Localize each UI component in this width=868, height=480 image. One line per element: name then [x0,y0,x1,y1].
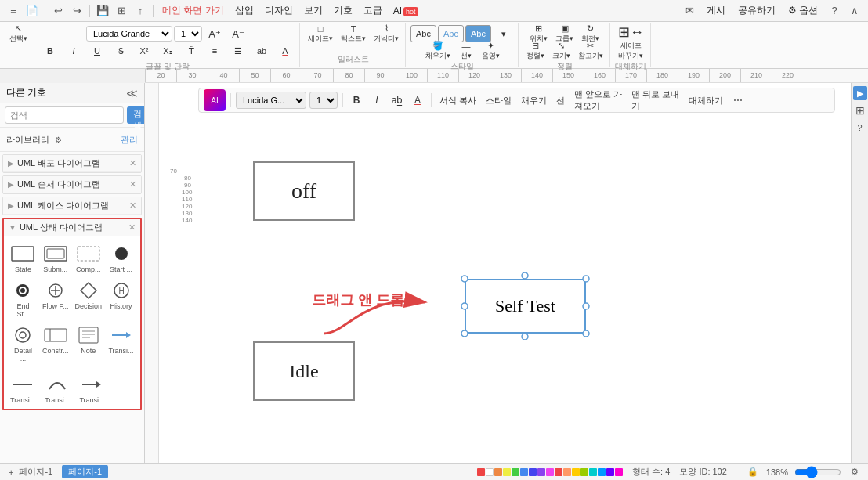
float-more-btn[interactable]: ⋯ [729,92,747,109]
float-format-copy-btn[interactable]: 서식 복사 [436,95,479,106]
rp-help-btn[interactable]: ? [853,121,867,135]
shape-subm[interactable]: Subm... [41,241,71,275]
strikethrough-btn[interactable]: S̶ [110,42,132,60]
shape-history[interactable]: H History [107,278,136,319]
color-swatch[interactable] [512,468,519,476]
shape-transi-line[interactable]: Transi... [9,372,37,406]
connector-btn[interactable]: ⌇ 커넥터▾ [371,25,402,42]
share-btn[interactable]: 공유하기 [733,2,780,19]
copy-icon[interactable]: ⊞ [113,2,130,20]
category-header[interactable]: ▶ UML 배포 다이어그램 ✕ [3,155,141,172]
font-color-btn[interactable]: A [274,42,296,60]
menu-advanced[interactable]: 고급 [359,2,387,19]
color-swatch[interactable] [546,468,554,476]
float-bold-btn[interactable]: B [348,92,365,109]
style-more-btn[interactable]: ▾ [493,25,515,42]
float-underline-btn[interactable]: ab̲ [389,92,406,109]
menu-view[interactable]: 보기 [299,2,327,19]
text-format-btn[interactable]: T̂ [180,42,202,60]
menu-insert[interactable]: 삽입 [230,2,259,19]
undo-btn[interactable]: ↩ [49,2,67,20]
fill-btn[interactable]: 🪣 채우기▾ [422,42,454,60]
style-abc1[interactable]: Abc [410,25,436,42]
panel-collapse-btn[interactable]: ≪ [126,87,138,99]
color-swatch[interactable] [563,468,571,476]
color-swatch[interactable] [598,468,606,476]
select-btn[interactable]: ↖ 선택▾ [6,25,31,42]
save-icon[interactable]: 💾 [94,2,111,20]
subscript-btn[interactable]: X₂ [157,42,179,60]
shape-note[interactable]: Note [74,323,104,364]
italic-btn[interactable]: I [63,42,85,60]
underline-btn[interactable]: U [86,42,108,60]
color-swatch[interactable] [589,468,597,476]
float-font-select[interactable]: Lucida G... [236,92,306,109]
close-icon[interactable]: ✕ [129,179,136,189]
font-dec-btn[interactable]: A⁻ [227,25,249,42]
color-swatch[interactable] [520,468,528,476]
help-btn[interactable]: ? [826,2,843,20]
menu-ai[interactable]: AIhot [389,4,423,18]
canvas-area[interactable]: 708090100110120130140 AI Lucida G... 18 … [145,83,851,463]
edraw-ai-icon[interactable]: AI [204,89,226,111]
text-btn[interactable]: T 텍스트▾ [338,25,369,42]
float-line-btn[interactable]: 선 [553,95,568,106]
position-btn[interactable]: ⊞ 위치▾ [526,25,551,42]
shape-state[interactable]: State [9,241,38,275]
close-icon[interactable]: ✕ [128,222,136,233]
list2-btn[interactable]: ☰ [227,42,249,60]
shape-selftest[interactable]: Self Test [465,279,586,334]
shape-detail[interactable]: Detail ... [9,323,38,364]
category-header-state[interactable]: ▼ UML 상태 다이어그램 ✕ [4,219,140,236]
color-swatch[interactable] [537,468,545,476]
collapse-btn[interactable]: ∧ [846,2,863,20]
file-icon[interactable]: 📄 [24,2,41,20]
shape-start[interactable]: Start ... [107,241,136,275]
float-front-btn[interactable]: 맨 앞으로 가져오기 [571,88,625,112]
send-btn[interactable]: ✉ [682,2,699,20]
color-swatch[interactable] [580,468,588,476]
active-page-tab[interactable]: 페이지-1 [62,465,108,478]
font-family-select[interactable]: Lucida Grande [86,26,172,42]
canvas-content[interactable]: AI Lucida G... 18 B I ab̲ A 서식 복사 스타일 채우… [159,83,851,463]
shape-constr[interactable]: Constr... [41,323,71,364]
options-btn[interactable]: ⚙ 옵션 [783,2,823,19]
effect-btn[interactable]: ✦ 음영▾ [479,42,503,60]
menu-main-screen[interactable]: 메인 화면 가기 [157,2,229,19]
bold-btn[interactable]: B [39,42,61,60]
shape-flowf[interactable]: Flow F... [41,278,71,319]
crop-btn[interactable]: ✂ 참고기▾ [575,42,606,60]
category-header[interactable]: ▶ UML 케이스 다이어그램 ✕ [3,197,141,215]
shape-comp[interactable]: Comp... [74,241,104,275]
superscript-btn[interactable]: X² [133,42,155,60]
search-input[interactable] [5,106,124,124]
shape-transi-arrow[interactable]: Transi... [78,372,106,406]
shape-endst[interactable]: End St... [9,278,38,319]
rp-format-btn[interactable]: ⊞ [853,103,867,117]
float-back-btn[interactable]: 맨 뒤로 보내기 [628,88,682,112]
list1-btn[interactable]: ≡ [204,42,226,60]
close-icon[interactable]: ✕ [129,200,136,211]
size-btn[interactable]: ⤡ 크기▾ [549,42,573,60]
menu-design[interactable]: 디자인 [260,2,298,19]
color-swatch[interactable] [477,468,485,476]
float-replace-btn[interactable]: 대체하기 [685,95,726,106]
color-swatch[interactable] [606,468,614,476]
rp-expand-btn[interactable]: ▶ [853,86,867,100]
shape-transi-arc[interactable]: Transi... [43,372,71,406]
style-abc2[interactable]: Abc [438,25,464,42]
app-icon[interactable]: ≡ [5,2,22,20]
color-swatch[interactable] [615,468,623,476]
add-page-btn[interactable]: + [6,467,16,478]
color-swatch[interactable] [529,468,537,476]
shape-idle[interactable]: Idle [253,341,355,401]
color-swatch[interactable] [486,468,494,476]
float-italic-btn[interactable]: I [368,92,385,109]
redo-btn[interactable]: ↪ [68,2,85,20]
shape-transi1[interactable]: Transi... [107,323,136,364]
close-icon[interactable]: ✕ [129,158,136,168]
color-swatch[interactable] [503,468,511,476]
shape-btn[interactable]: □ 세이프▾ [305,25,336,42]
shape-off[interactable]: off [253,161,355,221]
menu-symbol[interactable]: 기호 [329,2,357,19]
